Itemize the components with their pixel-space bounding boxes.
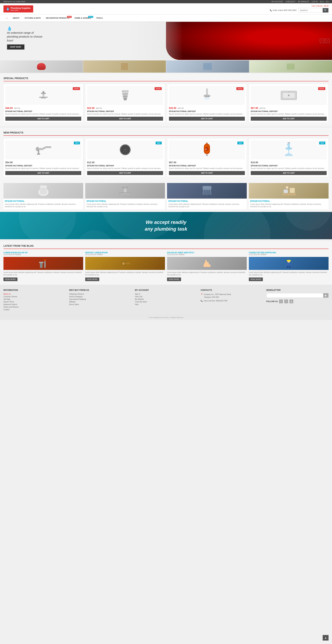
svg-point-13 [205,96,206,97]
price-selector[interactable]: $ ▾ [326,1,329,2]
svg-point-14 [207,96,207,97]
read-more-btn-1[interactable]: READ MORE [3,278,17,281]
read-more-btn-4[interactable]: READ MORE [249,278,263,281]
add-to-cart-btn-2[interactable]: ADD TO CART [87,117,163,121]
footer-link-cart[interactable]: View Cart [135,296,197,298]
nav-tools[interactable]: TOOLS [94,15,105,21]
svg-rect-75 [39,262,43,263]
sale-badge-2: SALE! [155,87,162,90]
footer-link-wishlist[interactable]: My Wishlist [135,298,197,300]
wishlist-link[interactable]: MY WISHLIST [298,1,309,2]
checkout-link[interactable]: CHECKOUT [286,1,295,2]
newsletter-submit-btn[interactable]: ▶ [323,293,328,298]
footer-link-signin[interactable]: Sign In [135,293,197,295]
thumbnail-1[interactable] [0,60,83,72]
phone-number: 📞 Order online (803 345) 6562 [270,9,297,12]
blog-plumbing-icon [38,259,49,268]
facebook-icon[interactable]: f [279,300,283,303]
footer-link-shipping[interactable]: Shipping & Returns [69,293,131,295]
category-card-2[interactable]: EPSUM FACTORIAL Lorem ipsum dolor sittre… [85,183,165,209]
new-add-to-cart-btn-1[interactable]: ADD TO CART [5,171,81,175]
slider-next[interactable]: > [325,39,330,43]
new-products-grid: NEW $54.90 EPSUM FACTORIAL DEPOSIT Epsum… [3,138,329,177]
svg-point-79 [122,262,125,265]
new-add-to-cart-btn-2[interactable]: ADD TO CART [87,171,163,175]
category-card-1[interactable]: EPSUM FACTORIAL Lorem ipsum dolor sittre… [3,183,83,209]
add-to-cart-btn-4[interactable]: ADD TO CART [251,117,327,121]
footer-link-track[interactable]: Track My Order [135,301,197,303]
special-product-4: SALE! $67.90 $87.90 EPSUM FACTORIAL DEPO… [249,84,329,122]
nav-kitchen-bath[interactable]: KITCHEN & BATH [22,15,43,21]
add-to-cart-btn-1[interactable]: ADD TO CART [5,117,81,121]
search-button[interactable]: 🔍 [323,8,328,12]
hero-title: An extensive range of plumbing products … [7,31,45,42]
svg-point-22 [288,94,290,96]
blog-text-3: Lorem ipsum dolor sittretuer adipiscing … [167,271,247,276]
logo-drop-icon: 💧 [6,7,10,11]
category-desc-1: Lorem ipsum dolor sittretuer adipiscing … [3,203,83,209]
category-image-3 [167,183,247,198]
login-link[interactable]: LOG IN [312,1,318,2]
twitter-icon[interactable]: t [284,300,288,303]
footer-link-affiliates[interactable]: Affiliates [69,301,131,303]
cart-count[interactable]: 0 item(s) - $0.00 [316,5,329,7]
footer-link-orders[interactable]: Orders and Returns [3,306,66,308]
logo[interactable]: 💧 Plumbing Supplies since 2013 [3,5,33,12]
footer-link-international[interactable]: International Shipping [69,298,131,300]
special-products-title: SPECIAL PRODUCTS [3,77,329,81]
footer-account-title: MY ACCOUNT [135,289,197,291]
footer-link-search[interactable]: Search Terms [3,301,66,303]
add-to-cart-btn-3[interactable]: ADD TO CART [169,117,245,121]
svg-rect-4 [39,97,48,98]
thumbnail-4[interactable] [249,60,332,72]
slider-prev[interactable]: < [320,39,324,43]
currency-selector[interactable]: En ▾ [320,1,324,2]
category-card-3[interactable]: EPSUM FACTORIAL Lorem ipsum dolor sittre… [167,183,247,209]
blog-category-3: DOLOR SIT AMET NSECTETU [167,252,247,254]
footer-link-secure[interactable]: Secure Shopping [69,296,131,298]
category-card-4[interactable]: EPSUM FACTORIAL Lorem ipsum dolor sittre… [249,183,329,209]
new-add-to-cart-btn-3[interactable]: ADD TO CART [169,171,245,175]
svg-rect-57 [125,185,126,188]
my-account-link[interactable]: MY ACCOUNT [272,1,283,2]
product-image-2: SALE! [87,86,163,105]
thumbnail-2[interactable] [83,60,166,72]
gplus-icon[interactable]: g [290,300,293,303]
new-add-to-cart-btn-4[interactable]: ADD TO CART [251,171,327,175]
read-more-btn-2[interactable]: READ MORE [85,278,99,281]
svg-rect-49 [287,144,288,145]
hero-drop-icon: 💧 [7,26,45,31]
svg-rect-43 [206,142,207,144]
footer-why-title: WHY BUY FROM US [69,289,131,291]
follow-label: FOLLOW US [266,300,278,302]
blog-grid: LOREM IPSUM DOLOR SIT 14.02.2015 BY ADMI… [3,252,329,281]
footer-info-title: INFORMATION [3,289,66,291]
read-more-btn-3[interactable]: READ MORE [167,278,181,281]
footer-link-bonus[interactable]: Bonus Sales [69,304,131,306]
new-product-3: NEW ▶ $97.90 EPSUM FACTORIAL DEPOSIT Eps… [167,138,247,177]
newsletter-input[interactable] [266,293,323,298]
footer-link-contact[interactable]: Contact [3,309,66,310]
hero-image-sink [166,22,332,60]
svg-rect-87 [202,260,203,267]
nav-about[interactable]: ABOUT [10,15,22,21]
footer-link-about[interactable]: About Us [3,293,66,295]
nav-home-garden[interactable]: HOME & GARDEN SALE [72,15,94,21]
new-product-name-2: EPSUM FACTORIAL DEPOSIT [87,165,163,167]
category-title-4: EPSUM FACTORIAL [249,198,329,203]
footer-link-customer[interactable]: Customer Service [3,296,66,298]
thumbnail-3[interactable] [166,60,249,72]
search-input[interactable] [299,8,323,12]
nav-decorative[interactable]: DECORATIVE PRODUCTS NEW [43,15,72,21]
new-product-2: NEW $12.90 EPSUM FACTORIAL DEPOSIT Epsum… [85,138,165,177]
special-products-grid: SALE! $46.90 $87.90 EPSUM FACTORIAL DEPO… [3,84,329,122]
hero-cta-button[interactable]: SHOP NOW! [7,44,24,50]
footer-contacts: CONTACTS 📍Company Inc., 5507 Manrose Roa… [201,289,263,311]
svg-line-64 [210,190,211,195]
nav-home[interactable]: ⌂ [3,14,10,22]
footer-link-sitemap[interactable]: Site Map [3,298,66,300]
footer-link-advanced[interactable]: Advanced Search [3,304,66,306]
footer-grid: INFORMATION About Us Customer Service Si… [3,289,329,311]
product-image-3: SALE! [169,86,245,105]
footer-link-help[interactable]: Help [135,304,197,306]
